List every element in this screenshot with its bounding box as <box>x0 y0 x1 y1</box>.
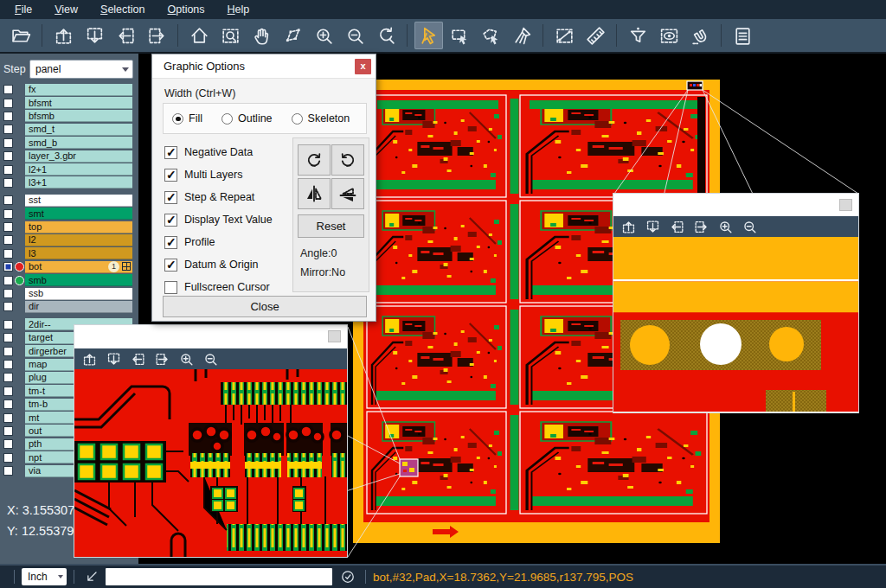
layer-row-bot[interactable]: bot1 <box>0 260 138 273</box>
layer-name[interactable]: layer_3.gbr <box>25 150 132 163</box>
layer-visibility-checkbox[interactable] <box>3 360 13 369</box>
close-button[interactable]: Close <box>163 296 367 317</box>
sync-icon[interactable] <box>339 568 356 585</box>
menu-item-view[interactable]: View <box>45 2 87 17</box>
layer-visibility-checkbox[interactable] <box>3 85 13 94</box>
layer-name[interactable]: bot1 <box>25 261 132 273</box>
checkbox-datum-origin[interactable]: Datum & Origin <box>164 253 273 276</box>
layer-visibility-checkbox[interactable] <box>3 466 13 476</box>
tool-filter[interactable] <box>624 22 652 49</box>
magnifier-tool-zoom-out[interactable] <box>202 351 219 368</box>
layer-row-l3[interactable]: l3 <box>0 247 138 260</box>
tool-vector-select[interactable] <box>279 22 307 49</box>
checkbox-negative-data[interactable]: Negative Data <box>164 141 273 163</box>
layer-visibility-checkbox[interactable] <box>3 249 13 259</box>
checkbox-multi-layers[interactable]: Multi Layers <box>164 163 273 186</box>
tool-zoom-in[interactable] <box>310 22 338 49</box>
checkbox-icon[interactable] <box>164 214 177 227</box>
checkbox-step-repeat[interactable]: Step & Repeat <box>164 186 273 208</box>
magnifier-tool-move-up[interactable] <box>620 219 637 235</box>
layer-row-smb[interactable]: smb <box>0 273 138 286</box>
layer-visibility-checkbox[interactable] <box>3 399 13 409</box>
layer-visibility-checkbox[interactable] <box>3 178 13 188</box>
radio-outline[interactable]: Outline <box>222 112 273 125</box>
magnifier-tool-move-right[interactable] <box>693 219 709 235</box>
flip-vertical-button[interactable] <box>331 178 364 209</box>
tool-poly-select[interactable] <box>477 22 505 49</box>
tool-move-left[interactable] <box>112 22 140 49</box>
command-input[interactable] <box>106 568 332 585</box>
layer-name[interactable]: bfsmb <box>25 110 132 122</box>
layer-visibility-checkbox[interactable] <box>3 195 13 205</box>
window-button[interactable] <box>328 330 341 342</box>
layer-name[interactable]: top <box>25 221 132 233</box>
layer-name[interactable]: smb <box>25 274 132 286</box>
tool-measure-line[interactable] <box>550 22 579 49</box>
layer-row-dir[interactable]: dir <box>0 300 138 313</box>
layer-visibility-checkbox[interactable] <box>3 138 13 148</box>
layer-visibility-checkbox[interactable] <box>3 209 13 219</box>
radio-skeleton[interactable]: Skeleton <box>292 112 350 125</box>
layer-name[interactable]: sst <box>25 195 132 207</box>
magnifier-tool-zoom-out[interactable] <box>742 219 758 235</box>
flip-horizontal-button[interactable] <box>298 178 331 209</box>
layer-row-bfsmt[interactable]: bfsmt <box>0 96 138 109</box>
radio-fill[interactable]: Fill <box>172 112 202 125</box>
reset-button[interactable]: Reset <box>298 214 364 238</box>
layer-visibility-checkbox[interactable] <box>3 165 13 175</box>
checkbox-icon[interactable] <box>164 281 177 294</box>
tool-folder-open[interactable] <box>7 22 35 49</box>
tool-snap-magnet[interactable] <box>686 22 715 49</box>
window-button[interactable] <box>839 199 852 211</box>
rotate-cw-button[interactable] <box>298 144 331 176</box>
layer-name[interactable]: l3+1 <box>25 176 132 189</box>
layer-row-top[interactable]: top <box>0 220 138 233</box>
tool-move-up[interactable] <box>49 22 78 49</box>
tool-move-down[interactable] <box>80 22 109 49</box>
magnifier-tool-move-up[interactable] <box>81 351 98 368</box>
layer-visibility-checkbox[interactable] <box>3 439 13 449</box>
checkbox-icon[interactable] <box>164 259 177 272</box>
magnifier-tool-zoom-in[interactable] <box>178 351 195 368</box>
layer-visibility-checkbox[interactable] <box>3 151 13 161</box>
checkbox-icon[interactable] <box>164 191 177 204</box>
layer-name[interactable]: smd_b <box>25 137 132 149</box>
tool-pan-hand[interactable] <box>247 22 276 49</box>
layer-row-smd_t[interactable]: smd_t <box>0 123 138 136</box>
tool-clean-brush[interactable] <box>508 22 536 49</box>
checkbox-profile[interactable]: Profile <box>164 231 273 253</box>
unit-select[interactable]: Inch <box>22 568 67 585</box>
layer-name[interactable]: l3 <box>25 247 132 259</box>
layer-visibility-checkbox[interactable] <box>3 387 13 396</box>
layer-row-fx[interactable]: fx <box>0 83 138 96</box>
layer-visibility-checkbox[interactable] <box>3 262 13 272</box>
close-icon[interactable]: x <box>355 59 371 74</box>
layer-visibility-checkbox[interactable] <box>3 373 13 382</box>
layer-name[interactable]: ssb <box>25 288 132 300</box>
layer-visibility-checkbox[interactable] <box>3 289 13 298</box>
layer-row-layer_3.gbr[interactable]: layer_3.gbr <box>0 150 138 163</box>
layer-visibility-checkbox[interactable] <box>3 333 13 342</box>
layer-name[interactable]: l2 <box>25 234 132 246</box>
magnifier-tool-move-right[interactable] <box>154 351 170 368</box>
tool-layers-form[interactable] <box>729 22 757 49</box>
menu-item-file[interactable]: File <box>5 2 42 17</box>
tool-zoom-out[interactable] <box>341 22 369 49</box>
magnifier-window-right[interactable] <box>613 193 859 413</box>
layer-row-l2+1[interactable]: l2+1 <box>0 163 138 176</box>
checkbox-icon[interactable] <box>164 236 177 249</box>
tool-rect-select[interactable] <box>446 22 474 49</box>
layer-visibility-checkbox[interactable] <box>3 413 13 423</box>
magnifier-left-titlebar[interactable] <box>74 325 347 348</box>
magnifier-tool-move-down[interactable] <box>106 351 122 368</box>
tool-select-cursor[interactable] <box>414 22 443 49</box>
layer-row-smd_b[interactable]: smd_b <box>0 137 138 150</box>
magnifier-tool-move-down[interactable] <box>645 219 661 235</box>
checkbox-icon[interactable] <box>164 146 177 159</box>
layer-row-smt[interactable]: smt <box>0 208 138 220</box>
layer-row-l2[interactable]: l2 <box>0 233 138 246</box>
layer-visibility-checkbox[interactable] <box>3 302 13 311</box>
magnifier-tool-zoom-in[interactable] <box>717 219 734 235</box>
tool-zoom-region[interactable] <box>216 22 245 49</box>
layer-name[interactable]: fx <box>25 84 132 96</box>
